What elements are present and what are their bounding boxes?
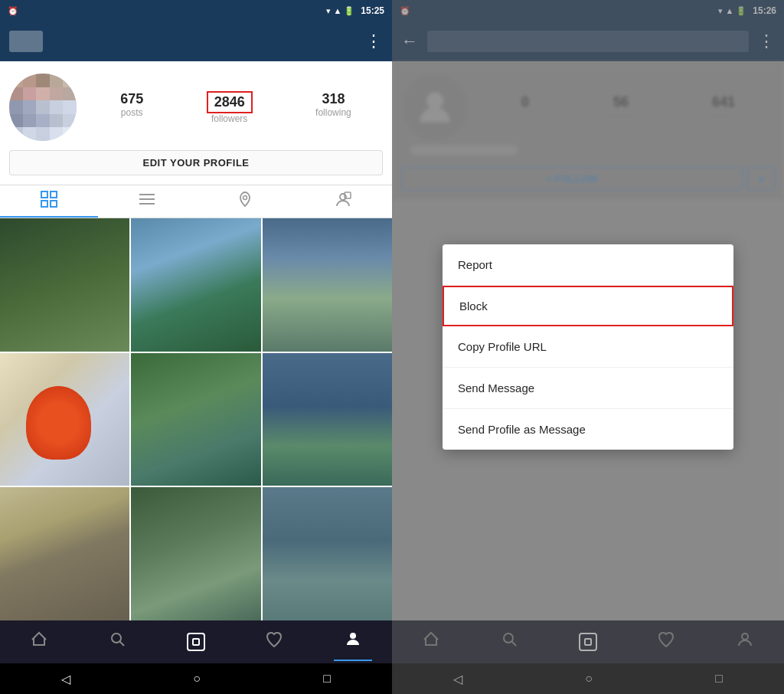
nav-camera[interactable] bbox=[177, 623, 215, 661]
followers-label: followers bbox=[211, 113, 247, 124]
nav-profile[interactable] bbox=[334, 623, 372, 661]
following-stat[interactable]: 318 following bbox=[315, 91, 351, 124]
svg-point-7 bbox=[243, 195, 247, 199]
photo-1[interactable] bbox=[0, 218, 129, 352]
nav-heart[interactable] bbox=[255, 623, 293, 661]
overflow-menu-button[interactable]: ⋮ bbox=[365, 31, 383, 51]
left-bottom-nav bbox=[0, 620, 392, 663]
photo-4[interactable] bbox=[0, 353, 129, 486]
menu-item-send-message[interactable]: Send Message bbox=[443, 368, 733, 409]
photo-8[interactable] bbox=[131, 487, 260, 620]
followers-count: 2846 bbox=[207, 91, 253, 113]
context-menu: Report Block Copy Profile URL Send Messa… bbox=[443, 244, 733, 450]
svg-rect-3 bbox=[51, 201, 57, 207]
photo-6[interactable] bbox=[263, 353, 392, 486]
following-label: following bbox=[315, 107, 351, 118]
posts-label: posts bbox=[121, 107, 143, 118]
svg-rect-1 bbox=[51, 192, 57, 198]
instagram-logo bbox=[9, 31, 43, 52]
nav-home[interactable] bbox=[20, 623, 58, 661]
posts-count: 675 bbox=[120, 91, 143, 107]
signal-icon: ▲ bbox=[333, 6, 341, 15]
posts-stat: 675 posts bbox=[120, 91, 143, 124]
tab-location[interactable] bbox=[196, 185, 294, 218]
location-icon bbox=[237, 191, 253, 211]
left-status-icons-right: ▾ ▲ 🔋 bbox=[326, 6, 354, 16]
camera-icon bbox=[187, 633, 205, 651]
list-icon bbox=[139, 191, 155, 211]
photo-3[interactable] bbox=[263, 218, 392, 352]
grid-icon bbox=[41, 191, 57, 211]
menu-item-send-profile[interactable]: Send Profile as Message bbox=[443, 409, 733, 450]
menu-item-copy-url[interactable]: Copy Profile URL bbox=[443, 326, 733, 368]
svg-point-8 bbox=[340, 194, 346, 200]
wifi-icon: ▾ bbox=[326, 6, 331, 16]
home-icon bbox=[30, 630, 48, 653]
tab-list[interactable] bbox=[98, 185, 196, 218]
left-status-icons-left: ⏰ bbox=[8, 6, 326, 16]
left-status-bar: ⏰ ▾ ▲ 🔋 15:25 bbox=[0, 0, 392, 21]
tab-grid[interactable] bbox=[0, 185, 98, 218]
photo-2[interactable] bbox=[131, 218, 260, 352]
svg-rect-2 bbox=[41, 201, 47, 207]
edit-profile-button[interactable]: EDIT YOUR PROFILE bbox=[9, 150, 383, 175]
profile-tabs bbox=[0, 185, 392, 218]
context-menu-overlay: Report Block Copy Profile URL Send Messa… bbox=[392, 0, 784, 694]
photo-9[interactable] bbox=[263, 487, 392, 620]
following-count: 318 bbox=[322, 91, 345, 107]
back-button[interactable]: ◁ bbox=[61, 672, 70, 686]
tagged-icon bbox=[335, 191, 351, 211]
left-time: 15:25 bbox=[361, 5, 384, 16]
svg-line-11 bbox=[119, 642, 124, 647]
svg-point-12 bbox=[350, 633, 356, 639]
left-panel: ⏰ ▾ ▲ 🔋 15:25 ⋮ bbox=[0, 0, 392, 694]
svg-rect-5 bbox=[139, 198, 155, 200]
svg-rect-4 bbox=[139, 194, 155, 195]
photo-grid bbox=[0, 218, 392, 620]
profile-stats: 675 posts 2846 followers 318 following bbox=[89, 91, 383, 124]
left-profile-section: 675 posts 2846 followers 318 following E… bbox=[0, 61, 392, 185]
heart-icon bbox=[265, 630, 283, 653]
svg-point-10 bbox=[112, 633, 121, 643]
photo-7[interactable] bbox=[0, 487, 129, 620]
search-icon bbox=[109, 630, 127, 653]
tab-tagged[interactable] bbox=[294, 185, 392, 218]
battery-icon: 🔋 bbox=[344, 6, 354, 16]
profile-top-row: 675 posts 2846 followers 318 following bbox=[9, 74, 383, 141]
menu-item-report[interactable]: Report bbox=[443, 244, 733, 286]
svg-rect-6 bbox=[139, 203, 155, 205]
left-app-bar: ⋮ bbox=[0, 21, 392, 61]
right-panel: ⏰ ▾ ▲ 🔋 15:26 ← ⋮ 0 posts bbox=[392, 0, 784, 694]
avatar bbox=[9, 74, 77, 141]
recents-button[interactable]: □ bbox=[323, 672, 331, 686]
photo-5[interactable] bbox=[131, 353, 260, 486]
followers-stat[interactable]: 2846 followers bbox=[207, 91, 253, 124]
alarm-icon: ⏰ bbox=[8, 6, 18, 16]
menu-item-block[interactable]: Block bbox=[443, 286, 733, 326]
left-android-nav: ◁ ○ □ bbox=[0, 663, 392, 694]
profile-icon bbox=[344, 630, 362, 653]
home-button[interactable]: ○ bbox=[193, 672, 201, 686]
svg-rect-0 bbox=[41, 192, 47, 198]
nav-search[interactable] bbox=[99, 623, 137, 661]
